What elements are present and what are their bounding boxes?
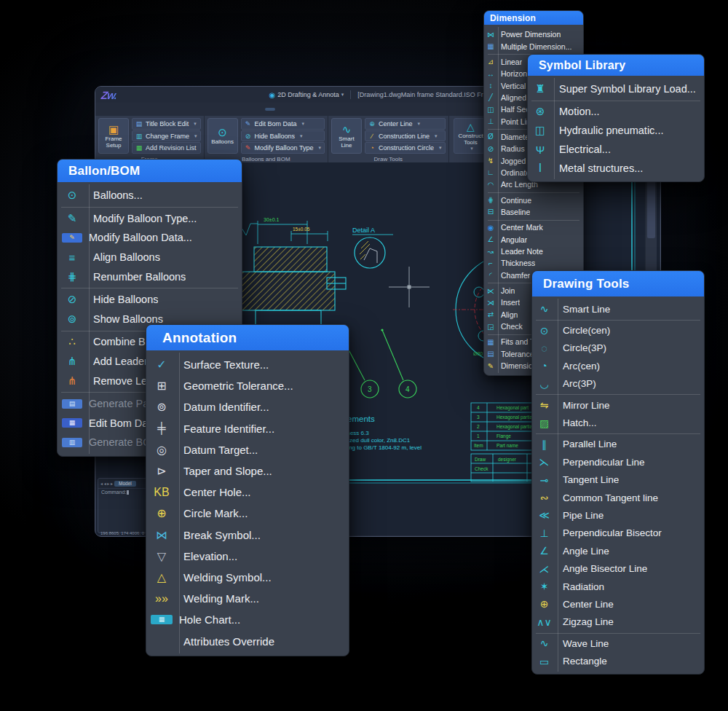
menu-item-baseline[interactable]: ⊟Baseline bbox=[484, 206, 583, 218]
tab-export[interactable] bbox=[199, 108, 210, 111]
menu-item-balloons[interactable]: ⊙Balloons... bbox=[58, 186, 242, 205]
tab-online[interactable] bbox=[221, 108, 232, 111]
menu-item-leader-note[interactable]: ↝Leader Note bbox=[484, 245, 583, 257]
svg-text:2: 2 bbox=[477, 424, 480, 429]
tab-arcgis[interactable] bbox=[232, 108, 242, 111]
menu-item-circle-3p[interactable]: ◌Circle(3P) bbox=[532, 339, 704, 357]
tab-manage[interactable] bbox=[189, 108, 199, 111]
menu-item-renumber-balloons[interactable]: ⋕Renumber Balloons bbox=[58, 267, 242, 286]
frame-setup-button[interactable]: ▣ Frame Setup bbox=[98, 118, 129, 154]
menu-item-perpendicular-bisector[interactable]: ⊥Perpendicular Bisector bbox=[532, 525, 704, 542]
tab-solid[interactable] bbox=[134, 108, 144, 111]
menu-item-hole-chart[interactable]: ▦Hole Chart... bbox=[146, 609, 349, 630]
tab-tools[interactable] bbox=[178, 108, 188, 111]
menu-item-wave-line[interactable]: ∿Wave Line bbox=[532, 635, 704, 652]
menu-item-welding-symbol[interactable]: △Welding Symbol... bbox=[146, 567, 349, 588]
menu-item-angle-line[interactable]: ∠Angle Line bbox=[532, 542, 704, 559]
menu-item-attributes-override[interactable]: Attributes Override bbox=[146, 630, 349, 651]
frame-setup-icon: ▣ bbox=[108, 124, 119, 135]
drawing-tools-menu-titlebar[interactable]: Drawing Tools bbox=[532, 271, 704, 296]
menu-item-mirror-line[interactable]: ⇋Mirror Line bbox=[532, 396, 704, 414]
menu-item-rectangle[interactable]: ▭Rectangle bbox=[532, 652, 704, 669]
menu-item-arc-cen[interactable]: ◔Arc(cen) bbox=[532, 357, 704, 374]
center-line-button[interactable]: ⊕Center Line bbox=[365, 118, 446, 130]
menu-item-align-balloons[interactable]: ≡Align Balloons bbox=[58, 248, 242, 267]
menu-item-taper-and-slope[interactable]: ⊳Taper and Slope... bbox=[146, 460, 349, 482]
menu-item-elevation[interactable]: ▽Elevation... bbox=[146, 546, 349, 567]
menu-item-common-tangent-line[interactable]: ∾Common Tangent line bbox=[532, 489, 704, 506]
menu-item-power-dimension[interactable]: ⋈Power Dimension bbox=[484, 28, 583, 40]
menu-item-tangent-line[interactable]: ⊸Tangent Line bbox=[532, 471, 704, 489]
menu-item-hydraulic-pneumatic[interactable]: ◫Hydraulic pneumatic... bbox=[528, 121, 704, 140]
workspace-label: 2D Drafting & Annota bbox=[277, 91, 339, 98]
tab-views[interactable] bbox=[167, 108, 177, 111]
menu-item-welding-mark[interactable]: »»Welding Mark... bbox=[146, 588, 349, 609]
balloon-bom-menu-titlebar[interactable]: Ballon/BOM bbox=[58, 160, 242, 182]
menu-separator bbox=[532, 318, 704, 321]
menu-item-hatch[interactable]: ▨Hatch... bbox=[532, 414, 704, 431]
menu-item-super-symbol-library-load[interactable]: ♜Super Symbol Library Load... bbox=[528, 79, 704, 98]
menu-item-datum-target[interactable]: ◎Datum Target... bbox=[146, 439, 349, 460]
menu-item-multiple-dimension[interactable]: ▦Multiple Dimension... bbox=[484, 40, 583, 52]
menu-item-electrical[interactable]: ΨElectrical... bbox=[528, 140, 704, 159]
tab-mechanical-drawing[interactable] bbox=[265, 108, 275, 111]
menu-item-center-line[interactable]: ⊕Center Line bbox=[532, 595, 704, 613]
menu-item-perpendicular-line[interactable]: ⋋Perpendicular Line bbox=[532, 453, 704, 471]
balloons-button[interactable]: ⊙ Balloons bbox=[207, 118, 238, 154]
hide-balloons-button[interactable]: ⊘Hide Balloons bbox=[241, 130, 325, 142]
menu-item-center-hole[interactable]: KBCenter Hole... bbox=[146, 482, 349, 503]
menu-item-continue[interactable]: ⋕Continue bbox=[484, 194, 583, 205]
menu-item-metal-structures[interactable]: ⅠMetal structures... bbox=[528, 159, 704, 178]
panel-label-draw-tools: Draw Tools bbox=[328, 156, 448, 162]
title-block-edit-button[interactable]: ▤Title Block Edit bbox=[132, 118, 201, 130]
smart-line-button[interactable]: ∿ Smart Line bbox=[331, 118, 362, 154]
tab-insert[interactable] bbox=[156, 108, 166, 111]
menu-item-angle-bisector-line[interactable]: ⋌Angle Bisector Line bbox=[532, 559, 704, 577]
layout-nav-arrows[interactable]: ◂ ◂ ▸ ▸ bbox=[100, 481, 113, 486]
menu-item-motion[interactable]: ⊛Motion... bbox=[528, 102, 704, 121]
menu-item-surface-texture[interactable]: ✓Surface Texture... bbox=[146, 354, 349, 375]
menu-item-smart-line[interactable]: ∿Smart Line bbox=[532, 300, 704, 318]
tab-home[interactable] bbox=[123, 108, 133, 111]
symbol-library-menu-titlebar[interactable]: Symbol Library bbox=[528, 55, 704, 76]
tab-advanced-part-library[interactable] bbox=[254, 108, 264, 111]
menu-item-angular[interactable]: ∠Angular bbox=[484, 234, 583, 245]
menu-item-circle-cen[interactable]: ⊙Circle(cen) bbox=[532, 321, 704, 339]
scrollbar-thumb[interactable] bbox=[647, 176, 655, 238]
svg-text:Hexagonal partial: Hexagonal partial bbox=[496, 415, 534, 420]
menu-item-arc-3p[interactable]: ◡Arc(3P) bbox=[532, 375, 704, 393]
menu-item-zigzag-line[interactable]: ∧∨Zigzag Line bbox=[532, 613, 704, 631]
add-revision-list-button[interactable]: ▦Add Revision List bbox=[132, 142, 201, 154]
menu-item-pipe-line[interactable]: ≪Pipe Line bbox=[532, 506, 704, 524]
menu-item-hide-balloons[interactable]: ⊘Hide Balloons bbox=[58, 290, 242, 310]
edit-bom-data-button[interactable]: ✎Edit Bom Data bbox=[241, 118, 325, 130]
dimension-label: Ø80 bbox=[473, 351, 483, 356]
menu-item-break-symbol[interactable]: ⋈Break Symbol... bbox=[146, 525, 349, 546]
menu-item-modify-balloon-type[interactable]: ✎Modify Balloon Type... bbox=[58, 209, 242, 229]
svg-text:4: 4 bbox=[477, 405, 480, 410]
menu-separator bbox=[58, 205, 242, 209]
construction-line-button[interactable]: ∕Construction Line bbox=[365, 130, 446, 142]
menu-item-center-mark[interactable]: ◉Center Mark bbox=[484, 221, 583, 233]
menu-item-parallel-line[interactable]: ∥Parallel Line bbox=[532, 436, 704, 453]
change-frame-button[interactable]: ▥Change Frame bbox=[132, 130, 201, 142]
crosshair-cursor bbox=[408, 286, 411, 289]
menu-separator bbox=[532, 432, 704, 436]
menu-item-geometric-tolerance[interactable]: ⊞Geometric Tolerance... bbox=[146, 375, 349, 396]
workspace-switcher[interactable]: ◉ 2D Drafting & Annota ▾ bbox=[269, 91, 344, 99]
layout-tab-model[interactable]: Model bbox=[114, 481, 136, 487]
workspace-icon: ◉ bbox=[269, 91, 275, 99]
menu-item-datum-identifier[interactable]: ⊚Datum Identifier... bbox=[146, 396, 349, 417]
menu-item-thickness[interactable]: ⌐Thickness bbox=[484, 257, 583, 269]
annotation-menu-titlebar[interactable]: Annotation bbox=[146, 325, 349, 350]
tab-app-plus[interactable] bbox=[243, 108, 253, 111]
menu-item-circle-mark[interactable]: ⊕Circle Mark... bbox=[146, 503, 349, 524]
modify-balloon-type-button[interactable]: ✎Modify Balloon Type bbox=[241, 142, 325, 154]
dimension-menu-titlebar[interactable]: Dimension bbox=[484, 11, 583, 25]
construction-circle-button[interactable]: ◔Construction Circle bbox=[365, 142, 446, 154]
menu-item-modify-balloon-data[interactable]: ✎Modify Balloon Data... bbox=[58, 228, 242, 248]
menu-item-feature-identifier[interactable]: ╪Feature Identifier... bbox=[146, 418, 349, 439]
menu-item-radiation[interactable]: ✶Radiation bbox=[532, 578, 704, 595]
tab-express[interactable] bbox=[210, 108, 221, 111]
tab-annotate[interactable] bbox=[145, 108, 155, 111]
